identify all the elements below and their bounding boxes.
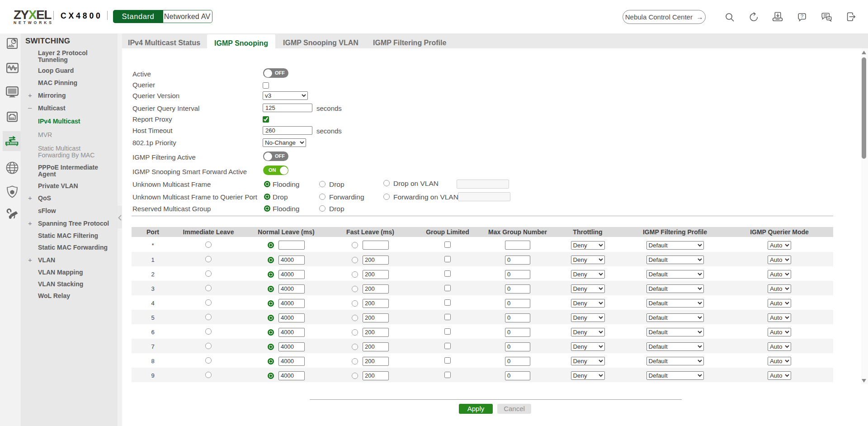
svg-text:?: ? <box>801 14 803 19</box>
